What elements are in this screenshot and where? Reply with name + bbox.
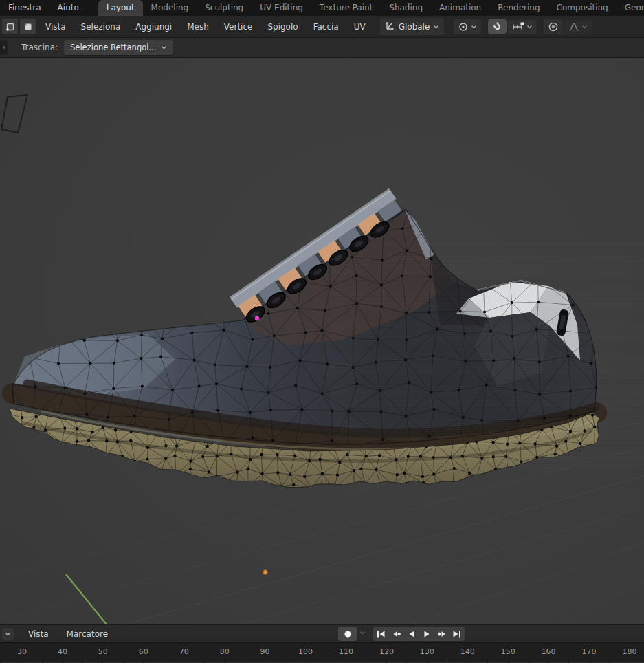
viewport-menu-uv[interactable]: UV (346, 22, 373, 32)
timeline-menu-vista[interactable]: Vista (19, 629, 58, 639)
frame-number: 100 (298, 647, 313, 656)
playback-controls (373, 627, 465, 641)
next-keyframe-button[interactable] (434, 627, 449, 640)
menu-aiuto[interactable]: Aiuto (49, 0, 87, 16)
frame-number: 60 (139, 647, 148, 656)
frame-number: 90 (260, 647, 270, 656)
transform-orientation-dropdown[interactable]: Globale (380, 18, 445, 35)
auto-key-record-icon (344, 630, 352, 638)
selected-vertex[interactable] (255, 316, 259, 320)
previous-keyframe-button[interactable] (389, 627, 403, 640)
timeline-header: Vista Marcatore (0, 624, 644, 642)
viewport-menu-vista[interactable]: Vista (38, 22, 74, 32)
jump-to-start-button[interactable] (374, 627, 388, 640)
blender-window: Finestra Aiuto Layout Modeling Sculpting… (0, 0, 644, 663)
tab-geometry-nodes[interactable]: Geometry Nodes (617, 0, 644, 16)
falloff-curve-icon (568, 22, 579, 32)
frame-number: 80 (220, 647, 230, 656)
proportional-editing-icon (548, 21, 559, 32)
auto-key-record-button[interactable] (338, 627, 357, 641)
workspace-tabs: Layout Modeling Sculpting UV Editing Tex… (98, 0, 644, 16)
previous-keyframe-icon (392, 630, 401, 638)
frame-number: 70 (179, 647, 189, 656)
timeline-menu-marcatore[interactable]: Marcatore (58, 629, 117, 639)
tab-uv-editing[interactable]: UV Editing (252, 0, 311, 16)
play-icon (423, 630, 431, 638)
viewport-menu-aggiungi[interactable]: Aggiungi (128, 22, 179, 32)
drag-label: Trascina: (21, 43, 58, 52)
chevron-down-icon (581, 25, 588, 29)
chevron-down-icon (526, 25, 533, 29)
play-reverse-button[interactable] (404, 627, 419, 640)
chevron-down-icon (359, 631, 366, 635)
tab-sculpting[interactable]: Sculpting (197, 0, 252, 16)
menu-finestra[interactable]: Finestra (0, 0, 49, 16)
pivot-point-icon (458, 21, 469, 32)
snap-target-dropdown[interactable] (508, 20, 537, 34)
snap-magnet-icon (492, 21, 502, 32)
drag-mode-value: Selezione Rettangol... (70, 43, 156, 52)
next-keyframe-icon (437, 630, 447, 638)
frame-number: 50 (98, 647, 108, 656)
active-tool-icon[interactable] (0, 40, 8, 55)
frame-number: 40 (58, 647, 67, 656)
frame-ruler[interactable]: 3040506070809010011012013014015016017018… (0, 642, 644, 662)
3d-viewport[interactable] (0, 58, 644, 624)
snap-magnet-toggle[interactable] (488, 19, 507, 34)
chevron-down-icon (471, 25, 477, 29)
shoe-mesh-scene (0, 58, 644, 624)
frame-number: 180 (622, 647, 636, 656)
chevron-down-icon (433, 25, 439, 29)
frame-number: 110 (339, 647, 353, 656)
timeline-collapse-button[interactable] (2, 628, 14, 640)
tab-texture-paint[interactable]: Texture Paint (311, 0, 381, 16)
topbar: Finestra Aiuto Layout Modeling Sculpting… (0, 0, 644, 16)
viewport-menu-mesh[interactable]: Mesh (179, 22, 216, 32)
vertex-select-mode-icon[interactable] (2, 19, 18, 34)
jump-to-end-button[interactable] (449, 627, 464, 640)
tab-rendering[interactable]: Rendering (489, 0, 548, 16)
frame-number: 150 (501, 647, 515, 656)
pivot-point-button[interactable] (454, 19, 481, 34)
frame-number: 170 (582, 647, 597, 656)
chevron-down-icon (5, 632, 11, 636)
viewport-menu-faccia[interactable]: Faccia (306, 22, 346, 32)
tool-settings-bar: Trascina: Selezione Rettangol... (0, 38, 644, 58)
transform-orientation-icon (385, 20, 395, 33)
frame-number: 140 (460, 647, 475, 656)
tab-compositing[interactable]: Compositing (548, 0, 617, 16)
chevron-down-icon (161, 45, 167, 50)
play-button[interactable] (419, 627, 434, 640)
drag-mode-dropdown[interactable]: Selezione Rettangol... (64, 40, 173, 55)
snap-target-icon (512, 22, 524, 32)
tab-modeling[interactable]: Modeling (143, 0, 197, 16)
face-select-mode-icon[interactable] (20, 19, 36, 34)
tab-animation[interactable]: Animation (431, 0, 489, 16)
jump-to-end-icon (452, 630, 461, 638)
jump-to-start-icon (377, 630, 386, 638)
viewport-menu-seleziona[interactable]: Seleziona (74, 22, 129, 32)
tab-layout[interactable]: Layout (98, 0, 143, 16)
viewport-menu-vertice[interactable]: Vertice (216, 22, 260, 32)
object-origin-dot (263, 570, 268, 575)
frame-number: 160 (542, 647, 556, 656)
tab-shading[interactable]: Shading (381, 0, 431, 16)
frame-number: 130 (420, 647, 434, 656)
viewport-header: Vista Seleziona Aggiungi Mesh Vertice Sp… (0, 16, 644, 38)
frame-number: 30 (17, 647, 27, 656)
viewport-menu-spigolo[interactable]: Spigolo (260, 22, 305, 32)
frame-number: 120 (379, 647, 394, 656)
orientation-value: Globale (399, 22, 430, 32)
falloff-curve-dropdown[interactable] (564, 20, 592, 34)
proportional-editing-toggle[interactable] (544, 19, 563, 34)
play-reverse-icon (408, 630, 416, 638)
